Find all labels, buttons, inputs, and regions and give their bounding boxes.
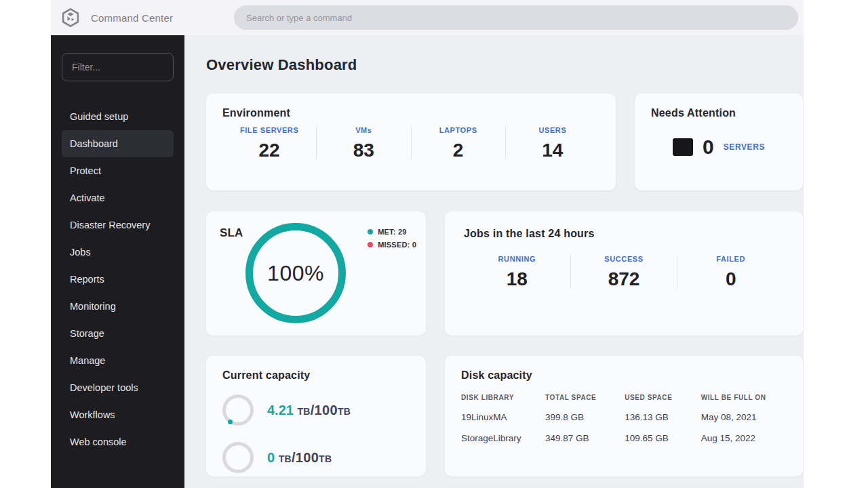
missed-dot-icon: [368, 242, 373, 247]
table-cell: May 08, 2021: [701, 412, 787, 422]
stat-value: 22: [222, 140, 316, 161]
sidebar: Guided setup Dashboard Protect Activate …: [51, 35, 184, 488]
table-cell: 349.87 GB: [545, 433, 625, 443]
sidebar-item-disaster-recovery[interactable]: Disaster Recovery: [62, 211, 174, 239]
sidebar-item-jobs[interactable]: Jobs: [62, 239, 174, 266]
capacity-unit: TB/100TB: [279, 450, 332, 465]
stat-value: 14: [506, 140, 599, 161]
column-header: WILL BE FULL ON: [701, 394, 787, 401]
servers-icon: [673, 138, 693, 156]
sidebar-item-guided-setup[interactable]: Guided setup: [62, 103, 174, 130]
legend-met: MET: 29: [368, 228, 416, 236]
stat-label: LAPTOPS: [412, 126, 505, 134]
sidebar-item-dashboard[interactable]: Dashboard: [62, 130, 174, 157]
sla-percent: 100%: [267, 261, 324, 286]
needs-attention-card: Needs Attention 0 SERVERS: [635, 94, 803, 190]
legend-met-label: MET: 29: [378, 228, 406, 236]
top-bar: Command Center: [51, 0, 804, 35]
stat-value: 18: [464, 268, 570, 290]
capacity-unit: TB/100TB: [298, 403, 351, 418]
stat-label: RUNNING: [464, 255, 570, 263]
disk-capacity-table: DISK LIBRARY TOTAL SPACE USED SPACE WILL…: [461, 394, 787, 443]
capacity-ring-chart: [222, 394, 254, 426]
stat-users[interactable]: USERS 14: [506, 126, 599, 161]
brand-area: Command Center: [60, 7, 234, 28]
environment-card: Environment FILE SERVERS 22 VMs 83: [206, 94, 616, 190]
table-cell: 136.13 GB: [625, 412, 701, 422]
stat-failed[interactable]: FAILED 0: [677, 255, 784, 290]
stat-success[interactable]: SUCCESS 872: [571, 255, 677, 290]
jobs-title: Jobs in the last 24 hours: [464, 228, 784, 240]
stat-running[interactable]: RUNNING 18: [464, 255, 570, 290]
capacity-text: 0 TB/100TB: [267, 450, 332, 466]
sidebar-nav: Guided setup Dashboard Protect Activate …: [62, 103, 174, 455]
sidebar-item-reports[interactable]: Reports: [62, 266, 174, 293]
stat-file-servers[interactable]: FILE SERVERS 22: [222, 126, 316, 161]
table-cell: 399.8 GB: [545, 412, 625, 422]
stat-value: 83: [317, 140, 410, 161]
capacity-ring-chart: [222, 442, 254, 473]
stat-label: USERS: [506, 126, 599, 134]
stat-value: 0: [677, 268, 784, 290]
needs-attention-stat[interactable]: 0 SERVERS: [651, 136, 787, 159]
sidebar-item-manage[interactable]: Manage: [62, 347, 174, 374]
sidebar-item-developer-tools[interactable]: Developer tools: [62, 374, 174, 401]
sidebar-item-storage[interactable]: Storage: [62, 320, 174, 347]
environment-stats: FILE SERVERS 22 VMs 83 LAPTOPS 2: [222, 126, 599, 161]
needs-attention-value: 0: [703, 136, 714, 159]
column-header: DISK LIBRARY: [461, 394, 545, 401]
stat-laptops[interactable]: LAPTOPS 2: [412, 126, 505, 161]
sidebar-filter-input[interactable]: [62, 53, 174, 81]
table-cell[interactable]: StorageLibrary: [461, 433, 545, 443]
legend-missed-label: MISSED: 0: [378, 241, 416, 249]
stat-label: FAILED: [677, 255, 784, 263]
app-title: Command Center: [91, 12, 173, 24]
capacity-row[interactable]: 4.21 TB/100TB: [222, 391, 410, 429]
met-dot-icon: [368, 229, 373, 235]
needs-attention-title: Needs Attention: [651, 107, 787, 119]
sidebar-item-monitoring[interactable]: Monitoring: [62, 293, 174, 320]
table-cell: Aug 15, 2022: [701, 433, 787, 443]
column-header: USED SPACE: [625, 394, 701, 401]
stat-label: SUCCESS: [571, 255, 677, 263]
jobs-card: Jobs in the last 24 hours RUNNING 18 SUC…: [445, 211, 803, 336]
current-capacity-card: Current capacity 4.21 TB/100TB 0 TB/100T…: [206, 356, 426, 476]
sla-title: SLA: [220, 226, 243, 240]
sla-donut-chart[interactable]: 100%: [245, 223, 346, 323]
capacity-row[interactable]: 0 TB/100TB: [222, 439, 410, 476]
cube-logo-icon: [60, 7, 81, 28]
sla-card: SLA 100% MET: 29 MISSED: 0: [206, 211, 426, 336]
sidebar-item-activate[interactable]: Activate: [62, 184, 174, 211]
app-window: Command Center Guided setup Dashboard Pr…: [51, 0, 804, 488]
environment-title: Environment: [222, 107, 599, 119]
page-title: Overview Dashboard: [206, 56, 804, 74]
table-cell: 109.65 GB: [625, 433, 701, 443]
capacity-text: 4.21 TB/100TB: [267, 403, 351, 418]
table-cell[interactable]: 19LinuxMA: [461, 412, 545, 422]
disk-capacity-title: Disk capacity: [461, 369, 787, 382]
legend-missed: MISSED: 0: [368, 241, 416, 249]
current-capacity-title: Current capacity: [222, 369, 410, 382]
sla-legend: MET: 29 MISSED: 0: [368, 228, 416, 249]
column-header: TOTAL SPACE: [545, 394, 625, 401]
stat-value: 872: [571, 268, 677, 290]
jobs-stats: RUNNING 18 SUCCESS 872 FAILED 0: [464, 255, 784, 290]
sidebar-item-workflows[interactable]: Workflows: [62, 401, 174, 428]
capacity-value: 4.21: [267, 403, 294, 418]
stat-label: VMs: [317, 126, 410, 134]
stat-value: 2: [412, 140, 505, 161]
stat-label: FILE SERVERS: [222, 126, 316, 134]
sidebar-item-web-console[interactable]: Web console: [62, 428, 174, 455]
capacity-value: 0: [267, 450, 275, 465]
command-search-input[interactable]: [234, 5, 798, 30]
needs-attention-label: SERVERS: [724, 142, 765, 152]
main-content: Overview Dashboard Environment FILE SERV…: [184, 35, 804, 488]
sidebar-item-protect[interactable]: Protect: [62, 157, 174, 184]
stat-vms[interactable]: VMs 83: [317, 126, 410, 161]
disk-capacity-card: Disk capacity DISK LIBRARY TOTAL SPACE U…: [445, 356, 803, 476]
